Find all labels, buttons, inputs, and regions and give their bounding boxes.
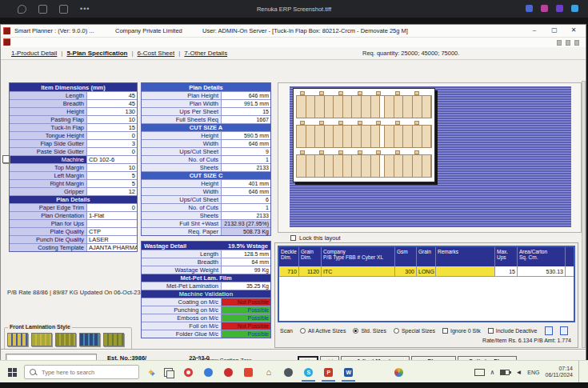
lamination-thumb[interactable] [31,333,52,346]
value-plate-quality[interactable]: CTP [87,228,137,235]
tab-1-product-detail[interactable]: 1-Product Detail [7,50,61,57]
value-tongue-height[interactable]: 0 [87,132,137,139]
value-flap-side-gutter[interactable]: 3 [87,140,137,147]
radio-std-sizes[interactable] [353,328,358,334]
carton-tabs [296,120,432,125]
touch-keyboard-icon[interactable] [474,369,485,376]
tray-chevron-icon[interactable]: ∧ [490,369,495,376]
value-tuck-in-flap[interactable]: 15 [87,124,137,131]
value-machine[interactable]: CD 102-6 [87,156,137,163]
tab-7-other-details[interactable]: 7-Other Details [180,50,231,57]
value-plan-for-ups[interactable] [87,220,137,227]
radio-option-special-sizes[interactable]: Special Sizes [394,328,435,334]
shield-icon[interactable] [18,5,26,14]
maximize-button[interactable]: ▢ [545,25,564,36]
viewer-control-icon[interactable] [566,40,570,46]
lamination-thumb[interactable] [79,333,100,346]
value-breadth[interactable]: 45 [87,100,137,107]
doc-icon-a[interactable] [545,326,553,335]
cell-deckle[interactable]: 710 [279,266,299,276]
app-purple-icon[interactable] [556,5,563,12]
task-view-icon[interactable] [164,368,173,377]
value-plan-orientation[interactable]: 1-Flat [87,212,137,219]
person-icon[interactable] [284,368,293,377]
value-punch-die-quality[interactable]: LASER [87,236,137,243]
value-paste-side-gutter[interactable]: 0 [87,148,137,155]
radio-label-std-sizes: Std. Sizes [361,328,386,334]
label-height: Height [142,132,222,139]
checkbox-ignore-0-stk[interactable] [442,328,448,334]
viewer-control-icon[interactable] [557,40,562,46]
radio-option-std-sizes[interactable]: Std. Sizes [353,328,386,334]
cell-gsm[interactable]: 300 [395,266,417,276]
value-no-of-cuts: 1 [222,156,270,163]
start-button[interactable] [8,368,17,377]
value-gripper[interactable]: 12 [87,188,137,195]
cell-grain[interactable]: LONG [417,266,436,276]
section-header-cut-size-a: CUT SIZE A [142,123,270,131]
language-indicator[interactable]: ENG [527,370,539,375]
app-sky-icon[interactable] [571,5,578,12]
plan-layout-sheet[interactable] [293,88,435,182]
search-input[interactable] [40,368,131,377]
radio-special-sizes[interactable] [394,328,399,334]
carton-blank [413,126,422,147]
office-orange-icon[interactable]: P [324,368,333,377]
section-header-met-pet-lam-film: Met-Pet Lam. Film [142,274,270,282]
opera-icon[interactable] [184,368,193,377]
tray-app-icon[interactable] [394,368,403,377]
skype-icon[interactable]: S [304,368,313,377]
value-left-margin[interactable]: 5 [87,172,137,179]
value-paper-edge-trim[interactable]: 0 [87,204,137,211]
lock-layout-checkbox[interactable] [290,235,296,241]
value-top-margin[interactable]: 10 [87,164,137,171]
scrollbar[interactable] [582,81,586,348]
radio-option-all-active-sizes[interactable]: All Active Sizes [300,328,346,334]
lamination-thumb[interactable] [7,333,28,346]
home-icon[interactable]: ⌂ [264,368,273,377]
check-option-ignore-0-stk[interactable]: Ignore 0 Stk [442,328,481,334]
browser-arrow-icon[interactable] [204,368,213,377]
machine-row-marker[interactable] [2,155,10,163]
value-pasting-flap[interactable]: 10 [87,116,137,123]
red-dot-icon[interactable] [224,368,233,377]
app-blue-icon[interactable] [526,5,533,12]
sizes-table-row-selected[interactable]: 7101120ITC300LONG15530.13 [279,266,574,277]
value-costing-template[interactable]: AJANTA PHARMA [87,244,137,251]
radio-all-active-sizes[interactable] [300,328,306,334]
checkbox-include-deactive[interactable] [488,328,494,334]
battery-icon[interactable] [500,370,510,375]
label-req-paper: Req. Paper [142,228,222,235]
mail-icon[interactable] [244,368,253,377]
cell-remarks[interactable] [436,266,495,276]
value-right-margin[interactable]: 5 [87,180,137,187]
lamination-thumb[interactable] [103,333,124,346]
plan-details-table: Plan DetailsPlan Height646 mmPlan Width9… [141,82,271,236]
app-pink-icon[interactable] [541,5,548,12]
badge-icon[interactable] [38,5,47,14]
more-icon[interactable]: ••• [80,5,90,13]
doc-icon-b[interactable] [560,326,568,335]
viewer-control-icon[interactable] [574,40,579,46]
show-desktop-button[interactable] [578,361,583,383]
cell-max[interactable]: 15 [495,266,518,276]
pages-icon[interactable] [59,5,68,14]
cortana-icon[interactable]: ✦ [147,368,154,376]
check-option-include-deactive[interactable]: Include Deactive [488,328,538,334]
lamination-thumb[interactable] [55,333,76,346]
word-icon[interactable]: W [344,368,353,377]
minimize-button[interactable]: – [525,25,544,36]
close-button[interactable]: ✕ [564,25,583,36]
cell-company[interactable]: ITC [322,266,395,276]
cell-area-carton[interactable]: 530.13 [518,266,566,276]
taskbar-search[interactable] [24,365,139,379]
tab-6-cost-sheet[interactable]: 6-Cost Sheet [134,50,179,57]
speaker-icon[interactable]: ◄ [515,369,522,376]
tab-5-plan-specification[interactable]: 5-Plan Specification [62,50,131,57]
label-pasting-flap: Pasting Flap [10,116,87,123]
value-height[interactable]: 130 [87,108,137,115]
value-length[interactable]: 45 [87,92,137,99]
cell-grain[interactable]: 1120 [299,266,322,276]
clock[interactable]: 07:14 06/11/2024 [545,366,573,379]
lock-layout-option[interactable]: Lock this layout [290,234,341,242]
